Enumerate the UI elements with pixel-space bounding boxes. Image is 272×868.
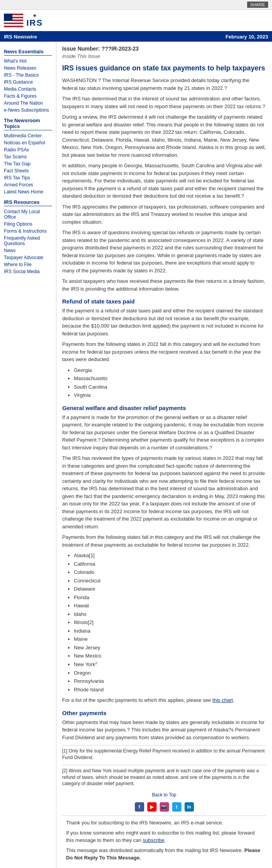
sidebar-item-fact-sheets[interactable]: Fact Sheets bbox=[4, 167, 52, 174]
sidebar-item-tax-scams[interactable]: Tax Scams bbox=[4, 153, 52, 160]
facebook-icon[interactable]: f bbox=[135, 802, 144, 812]
sidebar-item-taxpayer-advocate[interactable]: Taxpayer Advocate bbox=[4, 254, 52, 261]
list-item: California bbox=[74, 560, 266, 568]
back-to-top-link[interactable]: Back to Top bbox=[152, 792, 176, 798]
list-item: Delaware bbox=[74, 585, 266, 593]
welfare-para-3: Payments from the following states fall … bbox=[62, 533, 266, 549]
sidebar-item-armed-forces[interactable]: Armed Forces bbox=[4, 181, 52, 188]
article-para-6: The IRS is aware of questions involving … bbox=[62, 229, 266, 274]
sidebar-item-news[interactable]: News bbox=[4, 247, 52, 254]
sidebar-item-irs-tax-tips[interactable]: IRS Tax Tips bbox=[4, 174, 52, 181]
logo-area: ◆ IRS bbox=[4, 13, 43, 28]
list-item: Alaska[1] bbox=[74, 552, 266, 559]
sidebar-item-media-contacts[interactable]: Media Contacts bbox=[4, 86, 52, 93]
list-item: Oregon bbox=[74, 669, 266, 677]
sidebar-item-around-nation[interactable]: Around The Nation bbox=[4, 100, 52, 107]
sidebar-item-irs-basics[interactable]: IRS - The Basics bbox=[4, 72, 52, 79]
list-item: Connecticut bbox=[74, 577, 266, 585]
irs-logo-text: IRS bbox=[26, 18, 43, 28]
issue-number: Issue Number: ???IR-2023-23 bbox=[62, 46, 266, 52]
refund-para-1: If the payment is a refund of state taxe… bbox=[62, 307, 266, 337]
main-layout: News Essentials What's Hot News Releases… bbox=[0, 42, 272, 868]
sidebar-item-radio-psas[interactable]: Radio PSAs bbox=[4, 146, 52, 153]
news-essentials-title: News Essentials bbox=[4, 49, 52, 56]
sidebar-item-faq[interactable]: Frequently Asked Questions bbox=[4, 235, 52, 247]
list-item: Rhode Island bbox=[74, 686, 266, 694]
top-bar: SHARE bbox=[0, 0, 272, 10]
refund-para-2: Payments from the following states in 20… bbox=[62, 340, 266, 363]
instagram-icon[interactable]: 📷 bbox=[160, 802, 169, 812]
sidebar-item-multimedia[interactable]: Multimedia Center bbox=[4, 132, 52, 139]
sidebar-item-forms[interactable]: Forms & Instructions bbox=[4, 228, 52, 235]
welfare-para-2: The IRS has reviewed the types of paymen… bbox=[62, 454, 266, 530]
welfare-para-1: If a payment is made for the promotion o… bbox=[62, 414, 266, 452]
sidebar-item-irs-guidance[interactable]: IRS Guidance bbox=[4, 79, 52, 86]
resources-title: IRS Resources bbox=[4, 199, 52, 206]
newswire-label: IRS Newswire bbox=[4, 34, 37, 40]
chart-link[interactable]: this chart bbox=[213, 697, 233, 703]
other-section-heading: Other payments bbox=[62, 710, 266, 716]
list-item: New York2 bbox=[74, 661, 266, 668]
list-item: Pennsylvania bbox=[74, 677, 266, 685]
newswire-date: February 10, 2023 bbox=[225, 34, 268, 40]
refund-states-list: Georgia Massachusetts South Carolina Vir… bbox=[74, 366, 266, 399]
list-item: Virginia bbox=[74, 391, 266, 399]
sidebar-item-latest-news[interactable]: Latest News Home bbox=[4, 188, 52, 195]
sidebar-item-noticias[interactable]: Noticias en Español bbox=[4, 139, 52, 146]
list-item: Idaho bbox=[74, 610, 266, 618]
footnote-2: [2] Illinois and New York issued multipl… bbox=[62, 765, 266, 787]
flag-icon bbox=[4, 14, 23, 27]
list-item: New Jersey bbox=[74, 644, 266, 652]
list-item: Hawaii bbox=[74, 602, 266, 610]
inside-issue: Inside This Issue bbox=[62, 53, 266, 59]
footer-para-1: Thank you for subscribing to the IRS New… bbox=[66, 819, 262, 827]
linkedin-icon[interactable]: in bbox=[185, 802, 194, 812]
twitter-icon[interactable]: t bbox=[172, 802, 181, 812]
list-item: Massachusetts bbox=[74, 375, 266, 382]
content-area: Issue Number: ???IR-2023-23 Inside This … bbox=[56, 42, 272, 868]
article-para-4: In addition, many people in Georgia, Mas… bbox=[62, 162, 266, 200]
footer-content: Thank you for subscribing to the IRS New… bbox=[62, 815, 266, 867]
footer-para-3: This message was distributed automatical… bbox=[66, 847, 262, 862]
subscribe-link[interactable]: subscribe bbox=[143, 837, 164, 843]
sidebar: News Essentials What's Hot News Releases… bbox=[0, 42, 56, 868]
sidebar-item-filing[interactable]: Filing Options bbox=[4, 221, 52, 228]
back-to-top[interactable]: Back to Top bbox=[62, 792, 266, 798]
sidebar-item-enews[interactable]: e-News Subscriptions bbox=[4, 107, 52, 114]
sidebar-item-local-office[interactable]: Contact My Local Office bbox=[4, 208, 52, 221]
list-item: Colorado bbox=[74, 568, 266, 576]
list-item: Florida bbox=[74, 594, 266, 601]
newswire-bar: IRS Newswire February 10, 2023 bbox=[0, 32, 272, 42]
article-body: WASHINGTON ? The Internal Revenue Servic… bbox=[62, 77, 266, 867]
article-para-5: The IRS appreciates the patience of taxp… bbox=[62, 203, 266, 226]
social-bar: f ▶ 📷 t in bbox=[62, 802, 266, 812]
article-para-3: During a review, the IRS determined it w… bbox=[62, 113, 266, 159]
sidebar-item-news-releases[interactable]: News Releases bbox=[4, 65, 52, 72]
article-title: IRS issues guidance on state tax payment… bbox=[62, 64, 266, 73]
header: ◆ IRS bbox=[0, 10, 272, 32]
sidebar-item-tax-gap[interactable]: The Tax Gap bbox=[4, 160, 52, 167]
sidebar-item-irs-social[interactable]: IRS Social Media bbox=[4, 268, 52, 275]
other-para-1: Other payments that may have been made b… bbox=[62, 719, 266, 742]
share-button[interactable]: SHARE bbox=[247, 2, 268, 8]
list-item: Georgia bbox=[74, 366, 266, 374]
irs-logo: ◆ IRS bbox=[26, 13, 43, 28]
list-item: New Mexico bbox=[74, 652, 266, 660]
article-para-1: WASHINGTON ? The Internal Revenue Servic… bbox=[62, 77, 266, 92]
list-item: Maine bbox=[74, 635, 266, 643]
article-para-7: To assist taxpayers who have received th… bbox=[62, 277, 266, 293]
newsroom-title: The Newsroom Topics bbox=[4, 117, 52, 130]
sidebar-item-where-to-file[interactable]: Where to File bbox=[4, 261, 52, 268]
sidebar-item-whats-hot[interactable]: What's Hot bbox=[4, 58, 52, 65]
list-item: South Carolina bbox=[74, 383, 266, 391]
footnote-1: [1] Only for the supplemental Energy Rel… bbox=[62, 745, 266, 761]
list-item: Indiana bbox=[74, 627, 266, 635]
chart-text: For a list of the specific payments to w… bbox=[62, 696, 266, 704]
welfare-states-list: Alaska[1] California Colorado Connecticu… bbox=[74, 552, 266, 693]
list-item: Illinois[2] bbox=[74, 619, 266, 626]
youtube-icon[interactable]: ▶ bbox=[147, 802, 157, 812]
article-para-2: The IRS has determined that in the inter… bbox=[62, 95, 266, 110]
sidebar-item-facts-figures[interactable]: Facts & Figures bbox=[4, 93, 52, 100]
welfare-section-heading: General welfare and disaster relief paym… bbox=[62, 405, 266, 411]
refund-section-heading: Refund of state taxes paid bbox=[62, 298, 266, 305]
